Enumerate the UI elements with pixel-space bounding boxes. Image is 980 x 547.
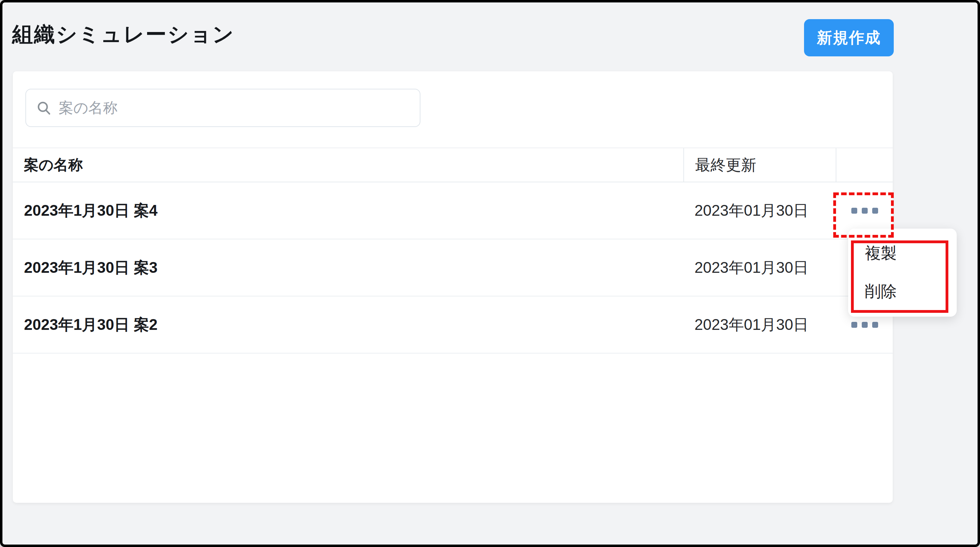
last-updated-date: 2023年01月30日 xyxy=(683,314,836,335)
plan-name: 2023年1月30日 案4 xyxy=(13,201,683,221)
table-row[interactable]: 2023年1月30日 案3 2023年01月30日 xyxy=(13,239,893,297)
plan-name: 2023年1月30日 案2 xyxy=(13,314,683,335)
context-menu: 複製 削除 xyxy=(848,229,957,317)
last-updated-date: 2023年01月30日 xyxy=(683,201,836,221)
table-header-row: 案の名称 最終更新 xyxy=(13,148,893,182)
content-card: 案の名称 最終更新 2023年1月30日 案4 2023年01月30日 2023… xyxy=(13,71,893,503)
search-input-wrapper xyxy=(25,89,420,127)
ellipsis-icon xyxy=(862,208,868,214)
page-title: 組織シミュレーション xyxy=(12,21,235,49)
create-new-button[interactable]: 新規作成 xyxy=(804,19,894,56)
row-actions-menu-button[interactable] xyxy=(846,203,883,218)
ellipsis-icon xyxy=(872,322,878,328)
search-input[interactable] xyxy=(59,99,410,116)
menu-item-delete[interactable]: 削除 xyxy=(848,273,957,311)
plans-table: 案の名称 最終更新 2023年1月30日 案4 2023年01月30日 2023… xyxy=(13,148,893,354)
column-header-name: 案の名称 xyxy=(13,155,683,175)
app-window: 組織シミュレーション 新規作成 案の名称 最終更新 2023年1月30日 案4 … xyxy=(0,0,980,547)
ellipsis-icon xyxy=(862,322,868,328)
search-icon xyxy=(36,100,52,116)
table-row[interactable]: 2023年1月30日 案2 2023年01月30日 xyxy=(13,297,893,354)
column-header-last-updated: 最終更新 xyxy=(683,148,836,182)
plan-name: 2023年1月30日 案3 xyxy=(13,257,683,278)
table-row[interactable]: 2023年1月30日 案4 2023年01月30日 xyxy=(13,182,893,239)
ellipsis-icon xyxy=(851,322,857,328)
menu-item-duplicate[interactable]: 複製 xyxy=(848,234,957,273)
ellipsis-icon xyxy=(851,208,857,214)
ellipsis-icon xyxy=(872,208,878,214)
last-updated-date: 2023年01月30日 xyxy=(683,257,836,278)
row-actions-menu-button[interactable] xyxy=(846,317,883,333)
